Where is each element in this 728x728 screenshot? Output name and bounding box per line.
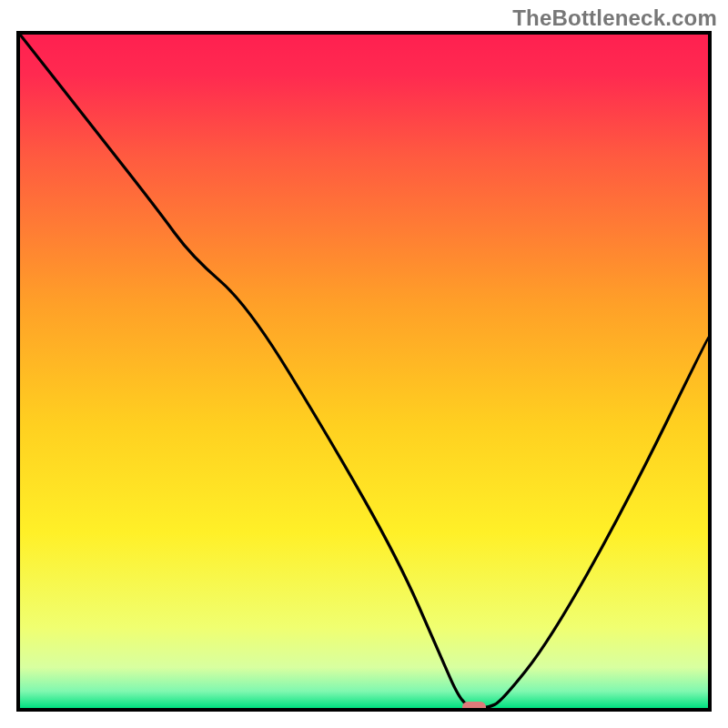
watermark-label: TheBottleneck.com	[512, 5, 717, 31]
bottleneck-chart: TheBottleneck.com	[0, 0, 728, 728]
optimal-point-marker	[462, 702, 486, 712]
bottleneck-curve	[20, 35, 708, 708]
plot-area	[16, 31, 712, 712]
